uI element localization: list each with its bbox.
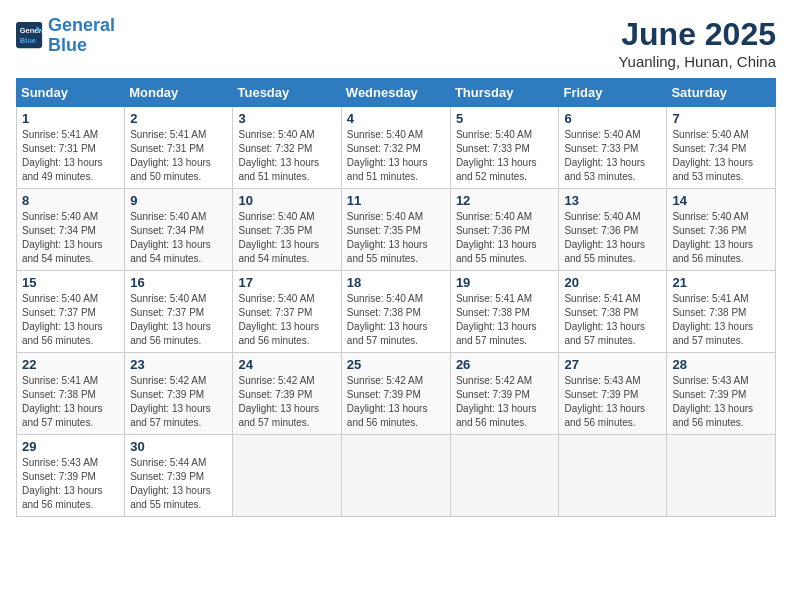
calendar-cell: 24 Sunrise: 5:42 AM Sunset: 7:39 PM Dayl… — [233, 353, 341, 435]
weekday-header-saturday: Saturday — [667, 79, 776, 107]
calendar-week-row: 8 Sunrise: 5:40 AM Sunset: 7:34 PM Dayli… — [17, 189, 776, 271]
day-info: Sunrise: 5:40 AM Sunset: 7:37 PM Dayligh… — [130, 293, 211, 346]
day-number: 7 — [672, 111, 770, 126]
day-number: 12 — [456, 193, 554, 208]
day-info: Sunrise: 5:40 AM Sunset: 7:36 PM Dayligh… — [456, 211, 537, 264]
day-info: Sunrise: 5:40 AM Sunset: 7:37 PM Dayligh… — [238, 293, 319, 346]
calendar-cell: 28 Sunrise: 5:43 AM Sunset: 7:39 PM Dayl… — [667, 353, 776, 435]
weekday-header-wednesday: Wednesday — [341, 79, 450, 107]
weekday-header-row: SundayMondayTuesdayWednesdayThursdayFrid… — [17, 79, 776, 107]
day-info: Sunrise: 5:42 AM Sunset: 7:39 PM Dayligh… — [238, 375, 319, 428]
day-number: 5 — [456, 111, 554, 126]
calendar-cell: 1 Sunrise: 5:41 AM Sunset: 7:31 PM Dayli… — [17, 107, 125, 189]
day-number: 25 — [347, 357, 445, 372]
calendar-cell: 15 Sunrise: 5:40 AM Sunset: 7:37 PM Dayl… — [17, 271, 125, 353]
day-number: 16 — [130, 275, 227, 290]
day-info: Sunrise: 5:43 AM Sunset: 7:39 PM Dayligh… — [564, 375, 645, 428]
weekday-header-sunday: Sunday — [17, 79, 125, 107]
day-info: Sunrise: 5:40 AM Sunset: 7:33 PM Dayligh… — [564, 129, 645, 182]
calendar-cell — [559, 435, 667, 517]
calendar-cell: 8 Sunrise: 5:40 AM Sunset: 7:34 PM Dayli… — [17, 189, 125, 271]
day-number: 20 — [564, 275, 661, 290]
day-info: Sunrise: 5:41 AM Sunset: 7:31 PM Dayligh… — [22, 129, 103, 182]
calendar-cell: 6 Sunrise: 5:40 AM Sunset: 7:33 PM Dayli… — [559, 107, 667, 189]
calendar-cell — [341, 435, 450, 517]
day-info: Sunrise: 5:40 AM Sunset: 7:32 PM Dayligh… — [238, 129, 319, 182]
day-info: Sunrise: 5:43 AM Sunset: 7:39 PM Dayligh… — [672, 375, 753, 428]
calendar-week-row: 15 Sunrise: 5:40 AM Sunset: 7:37 PM Dayl… — [17, 271, 776, 353]
day-info: Sunrise: 5:40 AM Sunset: 7:34 PM Dayligh… — [22, 211, 103, 264]
logo: General Blue GeneralBlue — [16, 16, 115, 56]
calendar-cell: 30 Sunrise: 5:44 AM Sunset: 7:39 PM Dayl… — [125, 435, 233, 517]
calendar-cell: 20 Sunrise: 5:41 AM Sunset: 7:38 PM Dayl… — [559, 271, 667, 353]
calendar-cell: 9 Sunrise: 5:40 AM Sunset: 7:34 PM Dayli… — [125, 189, 233, 271]
day-number: 11 — [347, 193, 445, 208]
calendar-cell: 5 Sunrise: 5:40 AM Sunset: 7:33 PM Dayli… — [450, 107, 559, 189]
day-number: 17 — [238, 275, 335, 290]
day-number: 2 — [130, 111, 227, 126]
day-number: 23 — [130, 357, 227, 372]
calendar-cell: 16 Sunrise: 5:40 AM Sunset: 7:37 PM Dayl… — [125, 271, 233, 353]
calendar-cell: 21 Sunrise: 5:41 AM Sunset: 7:38 PM Dayl… — [667, 271, 776, 353]
day-number: 22 — [22, 357, 119, 372]
calendar-title: June 2025 — [618, 16, 776, 53]
day-number: 27 — [564, 357, 661, 372]
day-number: 21 — [672, 275, 770, 290]
calendar-cell: 2 Sunrise: 5:41 AM Sunset: 7:31 PM Dayli… — [125, 107, 233, 189]
day-number: 8 — [22, 193, 119, 208]
day-info: Sunrise: 5:44 AM Sunset: 7:39 PM Dayligh… — [130, 457, 211, 510]
calendar-cell: 10 Sunrise: 5:40 AM Sunset: 7:35 PM Dayl… — [233, 189, 341, 271]
day-info: Sunrise: 5:40 AM Sunset: 7:34 PM Dayligh… — [672, 129, 753, 182]
calendar-cell: 11 Sunrise: 5:40 AM Sunset: 7:35 PM Dayl… — [341, 189, 450, 271]
calendar-cell: 26 Sunrise: 5:42 AM Sunset: 7:39 PM Dayl… — [450, 353, 559, 435]
calendar-week-row: 29 Sunrise: 5:43 AM Sunset: 7:39 PM Dayl… — [17, 435, 776, 517]
weekday-header-tuesday: Tuesday — [233, 79, 341, 107]
calendar-cell: 12 Sunrise: 5:40 AM Sunset: 7:36 PM Dayl… — [450, 189, 559, 271]
day-number: 14 — [672, 193, 770, 208]
weekday-header-thursday: Thursday — [450, 79, 559, 107]
day-number: 4 — [347, 111, 445, 126]
day-info: Sunrise: 5:41 AM Sunset: 7:31 PM Dayligh… — [130, 129, 211, 182]
day-info: Sunrise: 5:40 AM Sunset: 7:32 PM Dayligh… — [347, 129, 428, 182]
calendar-cell: 29 Sunrise: 5:43 AM Sunset: 7:39 PM Dayl… — [17, 435, 125, 517]
calendar-week-row: 22 Sunrise: 5:41 AM Sunset: 7:38 PM Dayl… — [17, 353, 776, 435]
day-info: Sunrise: 5:40 AM Sunset: 7:36 PM Dayligh… — [564, 211, 645, 264]
day-number: 6 — [564, 111, 661, 126]
calendar-table: SundayMondayTuesdayWednesdayThursdayFrid… — [16, 78, 776, 517]
day-number: 15 — [22, 275, 119, 290]
day-info: Sunrise: 5:40 AM Sunset: 7:36 PM Dayligh… — [672, 211, 753, 264]
calendar-cell: 23 Sunrise: 5:42 AM Sunset: 7:39 PM Dayl… — [125, 353, 233, 435]
day-info: Sunrise: 5:41 AM Sunset: 7:38 PM Dayligh… — [456, 293, 537, 346]
day-info: Sunrise: 5:40 AM Sunset: 7:35 PM Dayligh… — [347, 211, 428, 264]
calendar-cell: 4 Sunrise: 5:40 AM Sunset: 7:32 PM Dayli… — [341, 107, 450, 189]
weekday-header-monday: Monday — [125, 79, 233, 107]
day-info: Sunrise: 5:41 AM Sunset: 7:38 PM Dayligh… — [672, 293, 753, 346]
calendar-cell: 22 Sunrise: 5:41 AM Sunset: 7:38 PM Dayl… — [17, 353, 125, 435]
day-info: Sunrise: 5:41 AM Sunset: 7:38 PM Dayligh… — [22, 375, 103, 428]
day-number: 24 — [238, 357, 335, 372]
calendar-cell: 18 Sunrise: 5:40 AM Sunset: 7:38 PM Dayl… — [341, 271, 450, 353]
calendar-cell — [233, 435, 341, 517]
day-info: Sunrise: 5:40 AM Sunset: 7:33 PM Dayligh… — [456, 129, 537, 182]
day-number: 3 — [238, 111, 335, 126]
calendar-subtitle: Yuanling, Hunan, China — [618, 53, 776, 70]
day-number: 9 — [130, 193, 227, 208]
day-info: Sunrise: 5:41 AM Sunset: 7:38 PM Dayligh… — [564, 293, 645, 346]
calendar-cell — [450, 435, 559, 517]
day-number: 19 — [456, 275, 554, 290]
day-info: Sunrise: 5:40 AM Sunset: 7:38 PM Dayligh… — [347, 293, 428, 346]
day-number: 28 — [672, 357, 770, 372]
calendar-week-row: 1 Sunrise: 5:41 AM Sunset: 7:31 PM Dayli… — [17, 107, 776, 189]
day-number: 10 — [238, 193, 335, 208]
day-number: 29 — [22, 439, 119, 454]
calendar-cell: 13 Sunrise: 5:40 AM Sunset: 7:36 PM Dayl… — [559, 189, 667, 271]
calendar-cell: 14 Sunrise: 5:40 AM Sunset: 7:36 PM Dayl… — [667, 189, 776, 271]
calendar-cell — [667, 435, 776, 517]
day-info: Sunrise: 5:42 AM Sunset: 7:39 PM Dayligh… — [347, 375, 428, 428]
calendar-cell: 25 Sunrise: 5:42 AM Sunset: 7:39 PM Dayl… — [341, 353, 450, 435]
day-info: Sunrise: 5:40 AM Sunset: 7:34 PM Dayligh… — [130, 211, 211, 264]
weekday-header-friday: Friday — [559, 79, 667, 107]
day-number: 1 — [22, 111, 119, 126]
page-header: General Blue GeneralBlue June 2025 Yuanl… — [16, 16, 776, 70]
logo-text: GeneralBlue — [48, 16, 115, 56]
